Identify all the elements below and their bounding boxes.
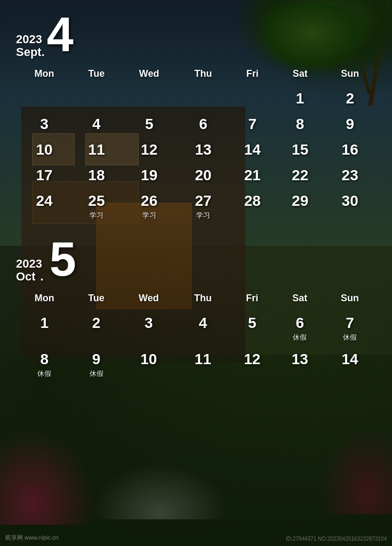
- day-number: 6: [199, 116, 207, 133]
- list-item[interactable]: 3: [120, 310, 178, 347]
- list-item[interactable]: 15: [276, 137, 324, 163]
- list-item[interactable]: 9: [324, 111, 376, 137]
- day-number: 17: [36, 167, 53, 184]
- list-item[interactable]: 4: [73, 111, 120, 137]
- sept-month-label: Sept.: [16, 46, 45, 59]
- header-mon-1: Mon: [16, 64, 73, 86]
- list-item[interactable]: [16, 86, 73, 111]
- list-item[interactable]: 9休假: [73, 347, 119, 383]
- list-item[interactable]: 16: [324, 137, 376, 163]
- list-item[interactable]: 27学习: [178, 188, 229, 224]
- list-item[interactable]: 22: [276, 163, 324, 188]
- day-number: 25: [88, 192, 105, 210]
- list-item[interactable]: [73, 86, 120, 111]
- day-note: 休假: [90, 369, 103, 379]
- table-row: 17181920212223: [16, 163, 376, 188]
- day-note: 休假: [343, 333, 357, 342]
- header-sat-1: Sat: [276, 64, 324, 86]
- table-row: 8休假9休假1011121314: [16, 347, 376, 383]
- list-item[interactable]: 12: [121, 137, 178, 163]
- list-item[interactable]: 13: [276, 347, 324, 383]
- day-note: 休假: [37, 369, 51, 379]
- list-item[interactable]: 3: [16, 111, 73, 137]
- list-item[interactable]: 26学习: [121, 188, 178, 224]
- list-item[interactable]: 7: [228, 111, 276, 137]
- list-item[interactable]: 10: [120, 347, 178, 383]
- list-item[interactable]: 2: [324, 86, 376, 111]
- list-item[interactable]: 11: [73, 137, 120, 163]
- list-item[interactable]: 1: [16, 310, 73, 347]
- header-sun-1: Sun: [324, 64, 376, 86]
- day-number: 14: [342, 351, 358, 368]
- list-item[interactable]: 8休假: [16, 347, 73, 383]
- list-item[interactable]: 11: [178, 347, 228, 383]
- list-item[interactable]: 5: [228, 310, 276, 347]
- day-number: 22: [292, 167, 308, 184]
- sept-calendar: Mon Tue Wed Thu Fri Sat Sun 123456789101…: [16, 64, 376, 224]
- list-item[interactable]: [121, 86, 178, 111]
- day-number: 8: [40, 351, 49, 368]
- day-number: 4: [199, 315, 207, 332]
- sept-month-num: 4: [47, 11, 74, 59]
- list-item[interactable]: 20: [178, 163, 229, 188]
- oct-year-month: 2023 Oct．: [16, 258, 47, 283]
- list-item[interactable]: 1: [276, 86, 324, 111]
- day-number: 26: [141, 192, 157, 210]
- day-note: 休假: [293, 333, 307, 342]
- list-item[interactable]: 5: [121, 111, 178, 137]
- list-item[interactable]: 14: [228, 137, 276, 163]
- header-tue-1: Tue: [73, 64, 120, 86]
- oct-header: 2023 Oct． 5: [16, 235, 376, 283]
- day-number: 4: [92, 116, 101, 133]
- list-item[interactable]: 8: [276, 111, 324, 137]
- list-item[interactable]: 14: [324, 347, 376, 383]
- header-fri-1: Fri: [228, 64, 276, 86]
- day-number: 2: [346, 90, 354, 107]
- list-item[interactable]: 25学习: [73, 188, 120, 224]
- day-number: 5: [145, 116, 154, 133]
- list-item[interactable]: 7休假: [324, 310, 376, 347]
- list-item[interactable]: 30: [324, 188, 376, 224]
- list-item[interactable]: 13: [178, 137, 229, 163]
- day-number: 28: [244, 192, 261, 210]
- list-item[interactable]: 6休假: [276, 310, 324, 347]
- list-item[interactable]: [178, 86, 229, 111]
- header-tue-2: Tue: [73, 288, 119, 310]
- day-number: 15: [292, 141, 308, 158]
- list-item[interactable]: 19: [121, 163, 178, 188]
- list-item[interactable]: 6: [178, 111, 229, 137]
- list-item[interactable]: 29: [276, 188, 324, 224]
- day-number: 30: [342, 192, 358, 210]
- day-note: 学习: [142, 211, 156, 220]
- list-item[interactable]: [228, 86, 276, 111]
- list-item[interactable]: 10: [16, 137, 73, 163]
- list-item[interactable]: 2: [73, 310, 119, 347]
- list-item[interactable]: 17: [16, 163, 73, 188]
- day-number: 5: [248, 315, 257, 332]
- header-fri-2: Fri: [228, 288, 276, 310]
- list-item[interactable]: 23: [324, 163, 376, 188]
- id-text: ID:27944371 NO:20230425163232873104: [286, 536, 387, 542]
- header-mon-2: Mon: [16, 288, 73, 310]
- sept-days-header-row: Mon Tue Wed Thu Fri Sat Sun: [16, 64, 376, 86]
- day-number: 11: [88, 141, 105, 158]
- list-item[interactable]: 21: [228, 163, 276, 188]
- table-row: 2425学习26学习27学习282930: [16, 188, 376, 224]
- day-number: 29: [292, 192, 308, 210]
- id-watermark: ID:27944371 NO:20230425163232873104: [286, 536, 387, 542]
- list-item[interactable]: 4: [178, 310, 228, 347]
- header-sat-2: Sat: [276, 288, 324, 310]
- list-item[interactable]: 18: [73, 163, 120, 188]
- calendar-container: 2023 Sept. 4 Mon Tue Wed Thu Fri Sat Sun…: [0, 0, 392, 546]
- logo-watermark: 昵享网 www.nipic.cn: [5, 534, 59, 542]
- table-row: 123456休假7休假: [16, 310, 376, 347]
- list-item[interactable]: 24: [16, 188, 73, 224]
- day-number: 27: [195, 192, 212, 210]
- oct-year: 2023: [16, 258, 47, 270]
- day-number: 3: [40, 116, 49, 133]
- list-item[interactable]: 28: [228, 188, 276, 224]
- list-item[interactable]: 12: [228, 347, 276, 383]
- day-number: 7: [248, 116, 257, 133]
- day-number: 13: [195, 141, 212, 158]
- sept-header: 2023 Sept. 4: [16, 11, 376, 59]
